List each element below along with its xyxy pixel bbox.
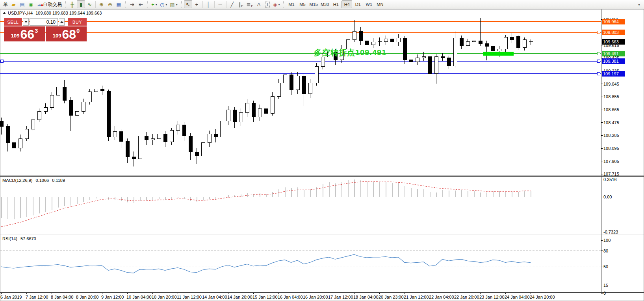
candle [472,41,476,41]
add-indicator-button[interactable]: +▾ [150,0,158,8]
trendline-tool-button[interactable]: ╱ [228,0,236,8]
terminal-icon: ▤ [20,2,24,7]
price-tick-label: 108.285 [603,133,619,138]
toolbar-grip [283,1,284,7]
rsi-indicator-label: RSI(14) 57.6670 [2,236,36,241]
signals-button[interactable]: ◉ [27,0,35,8]
candle [220,121,224,137]
macd-scale-label: 0.00 [603,194,612,199]
candle [365,41,369,45]
time-label: 21 Jan 12:00 [404,295,429,299]
line-handle[interactable] [597,72,600,75]
periods-icon: ◷ [160,2,164,7]
buy-button[interactable]: BUY [68,18,87,26]
candle [416,58,419,62]
bar-chart-button[interactable]: ╫ [68,0,76,8]
candle [189,136,192,152]
candle [466,41,470,45]
macd-scale-label: -0.7323 [603,230,618,234]
macd-value-main: 0.1066 [35,178,49,183]
timeframe-w1-button[interactable]: W1 [364,0,374,8]
line-handle[interactable] [597,52,600,55]
chart-title: USDJPY-,H4 109.680 109.683 109.644 109.6… [3,11,102,15]
volume-input[interactable] [30,18,58,26]
line-handle[interactable] [597,31,600,34]
candlestick-chart-button[interactable]: ▮ [77,0,85,8]
periods-button[interactable]: ◷▾ [159,0,168,8]
timeframe-d1-button[interactable]: D1 [353,0,363,8]
timeframe-m15-button[interactable]: M15 [308,0,319,8]
time-label: 15 Jan 12:00 [252,295,278,299]
auto-scroll-button[interactable]: ⇥ [128,0,136,8]
candle [479,41,482,43]
candle [296,76,299,90]
timeframe-h1-button[interactable]: H1 [330,0,341,8]
sell-price-sup: 3 [35,27,38,34]
timeframe-h4-button[interactable]: H4 [341,0,352,8]
vertical-line-tool-button[interactable]: │ [204,0,213,8]
candle [163,134,167,142]
chart-shift-icon: ⇤ [139,2,143,7]
time-label: 10 Jan 04:00 [126,295,152,299]
tile-windows-button[interactable]: ▦ [115,0,123,8]
chart-shift-button[interactable]: ⇤ [137,0,145,8]
timeframe-m5-button[interactable]: M5 [297,0,308,8]
buy-price-prefix: 109 [53,33,61,39]
candle [69,101,72,116]
autotrade-button[interactable]: ☁自动交易 [35,0,63,8]
bar-chart-icon: ╫ [71,2,74,7]
chart-annotation-text[interactable]: 多空转折点109.491 [314,47,386,58]
line-handle[interactable] [597,60,600,62]
time-label: 22 Jan 04:00 [429,295,454,299]
highlight-rect[interactable] [483,52,514,56]
candle [321,57,325,67]
crosshair-tool-button[interactable]: + [193,0,201,8]
buy-price-button[interactable]: 109 68 0 [46,26,87,41]
new-order-button[interactable]: 单 [1,0,9,8]
toolbar: 单▰▤◉☁自动交易╫▮∿⊕⊖▦⇥⇤+▾◷▾▧▾↖+│─╱∥E≣FAT◈▾M1M5… [0,0,644,9]
time-label: 7 Jan 12:00 [26,295,48,299]
rsi-name: RSI(14) [2,236,17,241]
volume-increase-button[interactable] [59,18,65,26]
line-chart-button[interactable]: ∿ [85,0,94,8]
fibonacci-tool-button[interactable]: ≣F [245,0,254,8]
zoom-out-button[interactable]: ⊖ [106,0,114,8]
candle [390,39,394,42]
timeframe-mn-button[interactable]: MN [375,0,385,8]
price-tick-label: 108.855 [603,94,619,99]
toolbar-overflow-button[interactable]: ▾ [636,2,642,7]
timeframe-m30-button[interactable]: M30 [319,0,330,8]
cursor-tool-button[interactable]: ↖ [184,0,192,8]
label-tool-button[interactable]: T [263,0,271,8]
terminal-button[interactable]: ▤ [18,0,26,8]
candle [132,157,135,159]
icon-letter: F [251,4,253,8]
symbol-period-label: USDJPY-,H4 [8,11,33,15]
candle [428,56,432,73]
label-tool-icon: T [265,2,270,7]
line-handle[interactable] [0,60,3,62]
sell-price-button[interactable]: 109 66 3 [4,26,45,41]
zoom-in-button[interactable]: ⊕ [97,0,106,8]
text-tool-button[interactable]: A [254,0,263,8]
gold-button[interactable]: ▰ [9,0,18,8]
candle [25,129,28,138]
arrows-tool-button[interactable]: ◈▾ [272,0,281,8]
collapse-arrow-icon[interactable] [3,12,6,14]
price-label: 109.803 [603,30,619,35]
sell-button[interactable]: SELL [4,18,22,26]
arrow-down-icon [24,21,28,23]
candle [208,134,211,142]
channel-tool-icon: ∥ [238,2,241,7]
channel-tool-button[interactable]: ∥E [237,0,245,8]
horizontal-line-tool-button[interactable]: ─ [216,0,225,8]
price-tick-label: 108.095 [603,146,619,151]
price-label: 109.964 [603,19,619,24]
candle [252,103,255,117]
time-label: 10 Jan 20:00 [152,295,177,299]
tile-windows-icon: ▦ [116,2,121,7]
volume-decrease-button[interactable] [23,18,29,26]
templates-button[interactable]: ▧▾ [169,0,178,8]
timeframe-m1-button[interactable]: M1 [286,0,297,8]
toolbar-divider [202,1,203,8]
